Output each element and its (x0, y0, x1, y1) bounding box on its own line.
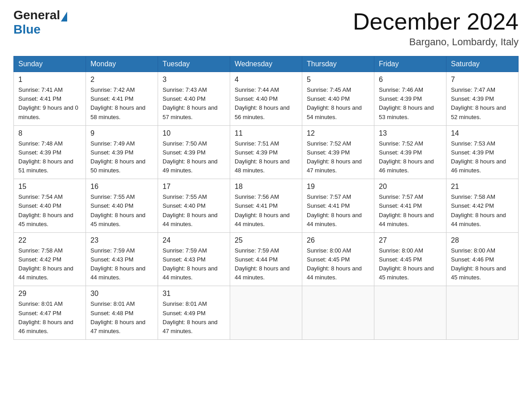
header-tuesday: Tuesday (158, 56, 230, 72)
day-info: Sunrise: 7:46 AMSunset: 4:39 PMDaylight:… (379, 86, 442, 122)
header-friday: Friday (374, 56, 446, 72)
calendar-day-cell: 1Sunrise: 7:41 AMSunset: 4:41 PMDaylight… (14, 72, 86, 126)
calendar-day-cell: 7Sunrise: 7:47 AMSunset: 4:39 PMDaylight… (446, 72, 519, 126)
calendar-day-cell: 21Sunrise: 7:58 AMSunset: 4:42 PMDayligh… (446, 179, 519, 233)
calendar-week-row: 22Sunrise: 7:58 AMSunset: 4:42 PMDayligh… (14, 232, 519, 286)
calendar-table: SundayMondayTuesdayWednesdayThursdayFrid… (13, 56, 519, 340)
calendar-day-cell: 31Sunrise: 8:01 AMSunset: 4:49 PMDayligh… (158, 286, 230, 340)
day-number: 31 (163, 290, 225, 298)
day-info: Sunrise: 7:49 AMSunset: 4:39 PMDaylight:… (90, 139, 153, 176)
header-thursday: Thursday (302, 56, 374, 72)
day-number: 3 (163, 76, 225, 84)
calendar-day-cell: 11Sunrise: 7:51 AMSunset: 4:39 PMDayligh… (230, 125, 302, 179)
calendar-day-cell: 14Sunrise: 7:53 AMSunset: 4:39 PMDayligh… (446, 125, 519, 179)
calendar-week-row: 1Sunrise: 7:41 AMSunset: 4:41 PMDaylight… (14, 72, 519, 126)
calendar-day-cell: 24Sunrise: 7:59 AMSunset: 4:43 PMDayligh… (158, 232, 230, 286)
calendar-day-cell: 3Sunrise: 7:43 AMSunset: 4:40 PMDaylight… (158, 72, 230, 126)
calendar-day-cell: 13Sunrise: 7:52 AMSunset: 4:39 PMDayligh… (374, 125, 446, 179)
day-number: 5 (307, 76, 369, 84)
calendar-day-cell: 18Sunrise: 7:56 AMSunset: 4:41 PMDayligh… (230, 179, 302, 233)
day-info: Sunrise: 7:52 AMSunset: 4:39 PMDaylight:… (307, 139, 369, 176)
day-info: Sunrise: 7:50 AMSunset: 4:39 PMDaylight:… (163, 139, 225, 176)
day-info: Sunrise: 7:59 AMSunset: 4:43 PMDaylight:… (90, 246, 153, 283)
calendar-day-cell (374, 286, 446, 340)
calendar-day-cell: 29Sunrise: 8:01 AMSunset: 4:47 PMDayligh… (14, 286, 86, 340)
day-number: 26 (307, 236, 369, 244)
calendar-day-cell: 20Sunrise: 7:57 AMSunset: 4:41 PMDayligh… (374, 179, 446, 233)
day-number: 21 (451, 183, 514, 191)
day-info: Sunrise: 8:01 AMSunset: 4:47 PMDaylight:… (18, 300, 81, 336)
day-info: Sunrise: 7:42 AMSunset: 4:41 PMDaylight:… (90, 86, 153, 122)
day-number: 30 (90, 290, 153, 298)
day-info: Sunrise: 7:51 AMSunset: 4:39 PMDaylight:… (235, 139, 297, 176)
calendar-header-row: SundayMondayTuesdayWednesdayThursdayFrid… (14, 56, 519, 72)
day-number: 2 (90, 76, 153, 84)
day-info: Sunrise: 7:56 AMSunset: 4:41 PMDaylight:… (235, 193, 297, 229)
day-number: 20 (379, 183, 442, 191)
day-info: Sunrise: 7:41 AMSunset: 4:41 PMDaylight:… (18, 86, 81, 122)
day-number: 22 (18, 236, 81, 244)
logo-blue-text: Blue (13, 22, 41, 37)
day-info: Sunrise: 7:59 AMSunset: 4:43 PMDaylight:… (163, 246, 225, 283)
header-sunday: Sunday (14, 56, 86, 72)
calendar-week-row: 8Sunrise: 7:48 AMSunset: 4:39 PMDaylight… (14, 125, 519, 179)
header-monday: Monday (86, 56, 158, 72)
calendar-day-cell: 19Sunrise: 7:57 AMSunset: 4:41 PMDayligh… (302, 179, 374, 233)
calendar-day-cell: 22Sunrise: 7:58 AMSunset: 4:42 PMDayligh… (14, 232, 86, 286)
day-info: Sunrise: 8:00 AMSunset: 4:45 PMDaylight:… (379, 246, 442, 283)
day-info: Sunrise: 7:45 AMSunset: 4:40 PMDaylight:… (307, 86, 369, 122)
calendar-day-cell: 8Sunrise: 7:48 AMSunset: 4:39 PMDaylight… (14, 125, 86, 179)
logo-arrow-icon (61, 12, 67, 21)
day-info: Sunrise: 7:47 AMSunset: 4:39 PMDaylight:… (451, 86, 514, 122)
day-info: Sunrise: 8:00 AMSunset: 4:46 PMDaylight:… (451, 246, 514, 283)
day-info: Sunrise: 7:44 AMSunset: 4:40 PMDaylight:… (235, 86, 297, 122)
day-number: 18 (235, 183, 297, 191)
calendar-day-cell: 10Sunrise: 7:50 AMSunset: 4:39 PMDayligh… (158, 125, 230, 179)
calendar-day-cell: 30Sunrise: 8:01 AMSunset: 4:48 PMDayligh… (86, 286, 158, 340)
day-number: 28 (451, 236, 514, 244)
header-wednesday: Wednesday (230, 56, 302, 72)
day-info: Sunrise: 7:54 AMSunset: 4:40 PMDaylight:… (18, 193, 81, 229)
day-info: Sunrise: 7:58 AMSunset: 4:42 PMDaylight:… (18, 246, 81, 283)
calendar-day-cell (446, 286, 519, 340)
logo: General Blue (13, 9, 67, 37)
day-info: Sunrise: 7:53 AMSunset: 4:39 PMDaylight:… (451, 139, 514, 176)
day-info: Sunrise: 7:55 AMSunset: 4:40 PMDaylight:… (163, 193, 225, 229)
page-header: General Blue December 2024 Bargano, Lomb… (13, 9, 519, 48)
calendar-day-cell: 17Sunrise: 7:55 AMSunset: 4:40 PMDayligh… (158, 179, 230, 233)
location-subtitle: Bargano, Lombardy, Italy (353, 36, 519, 48)
day-number: 8 (18, 129, 81, 137)
day-info: Sunrise: 8:00 AMSunset: 4:45 PMDaylight:… (307, 246, 369, 283)
day-info: Sunrise: 7:48 AMSunset: 4:39 PMDaylight:… (18, 139, 81, 176)
day-number: 23 (90, 236, 153, 244)
day-info: Sunrise: 7:52 AMSunset: 4:39 PMDaylight:… (379, 139, 442, 176)
day-number: 13 (379, 129, 442, 137)
day-info: Sunrise: 7:43 AMSunset: 4:40 PMDaylight:… (163, 86, 225, 122)
day-number: 7 (451, 76, 514, 84)
day-info: Sunrise: 7:58 AMSunset: 4:42 PMDaylight:… (451, 193, 514, 229)
day-number: 17 (163, 183, 225, 191)
calendar-day-cell (302, 286, 374, 340)
day-number: 29 (18, 290, 81, 298)
day-number: 4 (235, 76, 297, 84)
day-number: 11 (235, 129, 297, 137)
calendar-week-row: 15Sunrise: 7:54 AMSunset: 4:40 PMDayligh… (14, 179, 519, 233)
day-info: Sunrise: 8:01 AMSunset: 4:48 PMDaylight:… (90, 300, 153, 336)
day-number: 27 (379, 236, 442, 244)
day-number: 12 (307, 129, 369, 137)
calendar-day-cell: 9Sunrise: 7:49 AMSunset: 4:39 PMDaylight… (86, 125, 158, 179)
calendar-day-cell: 16Sunrise: 7:55 AMSunset: 4:40 PMDayligh… (86, 179, 158, 233)
day-number: 9 (90, 129, 153, 137)
calendar-day-cell: 12Sunrise: 7:52 AMSunset: 4:39 PMDayligh… (302, 125, 374, 179)
calendar-day-cell: 4Sunrise: 7:44 AMSunset: 4:40 PMDaylight… (230, 72, 302, 126)
calendar-day-cell: 23Sunrise: 7:59 AMSunset: 4:43 PMDayligh… (86, 232, 158, 286)
day-number: 6 (379, 76, 442, 84)
day-number: 19 (307, 183, 369, 191)
logo-general-text: General (13, 9, 60, 21)
calendar-day-cell: 5Sunrise: 7:45 AMSunset: 4:40 PMDaylight… (302, 72, 374, 126)
day-number: 24 (163, 236, 225, 244)
calendar-day-cell (230, 286, 302, 340)
day-number: 16 (90, 183, 153, 191)
calendar-day-cell: 2Sunrise: 7:42 AMSunset: 4:41 PMDaylight… (86, 72, 158, 126)
calendar-week-row: 29Sunrise: 8:01 AMSunset: 4:47 PMDayligh… (14, 286, 519, 340)
